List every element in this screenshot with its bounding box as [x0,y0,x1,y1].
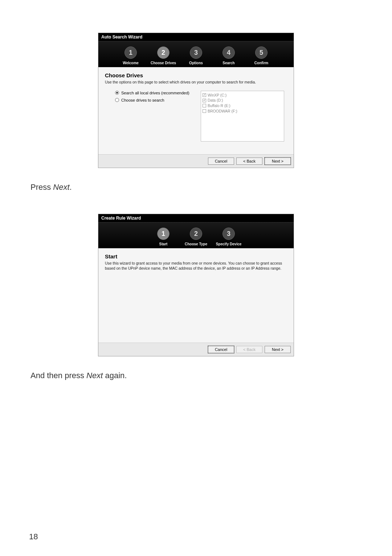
cancel-button[interactable]: Cancel [208,158,234,165]
step-label: Specify Device [216,242,242,246]
section-desc: Use the options on this page to select w… [105,80,287,85]
section-title: Start [105,253,287,259]
step-specify-device: 3 Specify Device [212,228,245,246]
radio-search-all[interactable]: Search all local drives (recommended) [115,91,195,95]
step-number: 1 [124,46,137,59]
create-rule-wizard: Create Rule Wizard 1 Start 2 Choose Type… [98,214,294,356]
step-label: Options [189,61,203,65]
step-search: 4 Search [212,46,245,65]
step-number: 2 [157,46,170,59]
step-choose-drives: 2 Choose Drives [147,46,180,65]
back-button[interactable]: < Back [236,158,262,165]
next-button[interactable]: Next > [265,346,291,353]
drive-label: Data (D:) [208,98,223,103]
step-label: Welcome [123,61,139,65]
drive-item[interactable]: BROODWAR (F:) [203,109,282,114]
step-number: 4 [222,46,235,59]
wizard-footer: Cancel < Back Next > [98,343,294,356]
step-label: Search [222,61,234,65]
wizard-footer: Cancel < Back Next > [98,154,294,168]
cancel-button[interactable]: Cancel [208,346,234,353]
next-button[interactable]: Next > [265,158,291,165]
drive-list: WinXP (C:) Data (D:) Buffalo R (E:) BROO… [201,91,284,142]
back-button: < Back [236,346,262,353]
wizard-body: Start Use this wizard to grant access to… [98,248,294,343]
drive-item[interactable]: Buffalo R (E:) [203,103,282,109]
radio-label: Choose drives to search [121,98,164,102]
drive-label: BROODWAR (F:) [208,109,237,114]
step-confirm: 5 Confirm [245,46,278,65]
page-number: 18 [29,532,38,541]
wizard-body: Choose Drives Use the options on this pa… [98,67,294,154]
step-number: 3 [222,228,235,240]
radio-label: Search all local drives (recommended) [121,91,189,95]
instruction-text: And then press Next again. [30,371,363,380]
checkbox-icon [203,104,206,107]
auto-search-wizard: Auto Search Wizard 1 Welcome 2 Choose Dr… [98,33,294,168]
step-welcome: 1 Welcome [114,46,147,65]
step-label: Confirm [254,61,268,65]
wizard-step-header: 1 Start 2 Choose Type 3 Specify Device [98,222,294,248]
wizard-step-header: 1 Welcome 2 Choose Drives 3 Options 4 Se… [98,41,294,67]
section-title: Choose Drives [105,72,287,78]
window-title: Auto Search Wizard [98,33,294,41]
step-start: 1 Start [147,228,180,246]
drive-item[interactable]: Data (D:) [203,98,282,103]
checkbox-icon [203,93,206,97]
step-options: 3 Options [180,46,212,65]
drive-item[interactable]: WinXP (C:) [203,93,282,98]
step-label: Choose Type [185,242,207,246]
window-title: Create Rule Wizard [98,214,294,222]
drive-label: WinXP (C:) [208,93,226,98]
instruction-text: Press Next. [30,183,363,192]
step-number: 5 [255,46,268,59]
step-number: 2 [190,228,202,240]
step-number: 1 [157,228,170,240]
checkbox-icon [203,99,206,102]
radio-icon [115,98,119,102]
step-label: Start [159,242,168,246]
radio-choose-drives[interactable]: Choose drives to search [115,98,195,102]
drive-label: Buffalo R (E:) [208,103,230,109]
step-label: Choose Drives [151,61,176,65]
radio-icon [115,91,119,95]
checkbox-icon [203,109,206,113]
step-choose-type: 2 Choose Type [180,228,212,246]
section-desc: Use this wizard to grant access to your … [105,261,287,271]
step-number: 3 [190,46,202,59]
